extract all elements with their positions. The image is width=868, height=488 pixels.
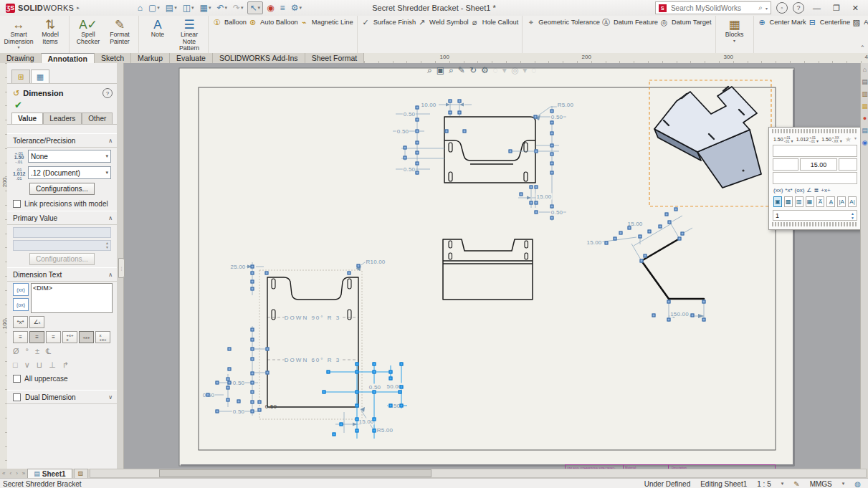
status-globe-icon[interactable]: ◍: [854, 480, 861, 488]
panel-flyout-handle[interactable]: ⋮: [118, 258, 125, 278]
status-units[interactable]: MMGS: [810, 480, 832, 488]
sheet-nav-button-0[interactable]: «: [0, 470, 7, 477]
palette-align-icon-3[interactable]: ▦: [806, 196, 814, 207]
palette-style-icon-4[interactable]: ≣: [814, 187, 819, 193]
search-icon[interactable]: ⌕: [758, 4, 763, 12]
open-icon[interactable]: ▤▾: [163, 2, 179, 14]
resources-icon[interactable]: ▤: [861, 75, 868, 87]
palette-tolerance-button-2[interactable]: 1.50+.XX-.XX▾: [821, 135, 842, 143]
palette-style-icon-0[interactable]: (xx): [773, 187, 783, 193]
forum-icon[interactable]: ◉: [861, 136, 868, 148]
symbol-button[interactable]: °: [26, 347, 29, 356]
ribbon-button-format-painter[interactable]: ✎Format Painter: [105, 17, 135, 45]
rotate-view-icon[interactable]: ↻: [469, 65, 477, 75]
align-right-icon[interactable]: ≡: [46, 331, 61, 343]
chevron-down-icon[interactable]: ▾: [816, 138, 819, 143]
chevron-down-icon[interactable]: ▾: [842, 481, 845, 487]
chevron-down-icon[interactable]: ▾: [733, 39, 735, 43]
ribbon-button-datum-target[interactable]: ◎Datum Target: [659, 17, 712, 27]
ribbon-button-hole-callout[interactable]: ⌀Hole Callout: [470, 17, 519, 27]
palette-grip[interactable]: [772, 129, 858, 133]
chevron-down-icon[interactable]: ▾: [174, 5, 177, 11]
palette-style-icon-2[interactable]: (ox): [795, 187, 805, 193]
help-icon[interactable]: ?: [793, 2, 804, 14]
file-properties-icon[interactable]: ≡: [278, 2, 287, 14]
zoom-in-out-icon[interactable]: ⌕: [449, 65, 454, 75]
dual-dimension-checkbox[interactable]: [13, 393, 21, 401]
palette-style-icon-1[interactable]: *x*: [785, 187, 792, 193]
tab-feature-manager[interactable]: ⊞: [11, 70, 30, 83]
ribbon-button-surface-finish[interactable]: ✓Surface Finish: [361, 17, 416, 27]
chevron-down-icon[interactable]: ▾: [258, 5, 261, 11]
tab-sheet-format[interactable]: Sheet Format: [305, 53, 365, 63]
chevron-down-icon[interactable]: ▾: [766, 6, 768, 11]
panel-splitter[interactable]: ⋮: [117, 63, 124, 469]
precision-select[interactable]: .12 (Document) ▾: [28, 166, 111, 179]
add-parenthesis-icon[interactable]: (xx): [13, 283, 29, 296]
section-tolerance-precision[interactable]: Tolerance/Precision ∧: [7, 133, 117, 148]
palette-tolerance-button-0[interactable]: 1.50+.01-.01▾: [773, 135, 793, 143]
chevron-down-icon[interactable]: ▾: [781, 481, 784, 487]
value-right-field[interactable]: [839, 158, 857, 171]
scrollbar-thumb[interactable]: [159, 469, 431, 477]
value-left-field[interactable]: [773, 158, 798, 171]
home-icon[interactable]: ⌂: [135, 2, 145, 14]
ribbon-button-note[interactable]: ANote: [143, 17, 173, 39]
panel-tab-leaders[interactable]: Leaders: [43, 113, 82, 124]
ribbon-button-smart-dimension[interactable]: ↔Smart Dimension▾: [4, 17, 34, 49]
collapse-icon[interactable]: ∧: [108, 272, 113, 278]
view-settings-icon[interactable]: ⚙: [481, 65, 489, 75]
favorites-star-icon[interactable]: ★: [845, 135, 852, 143]
chevron-down-icon[interactable]: ▾: [157, 5, 160, 11]
close-button[interactable]: ✕: [849, 4, 862, 13]
heads-up-view-toolbar[interactable]: ⌕▣⌕✎↻⚙◌▾◎▾◌: [427, 65, 537, 75]
redo-icon[interactable]: ↷▾: [231, 2, 246, 14]
palette-align-icon-6[interactable]: |A: [837, 196, 846, 207]
inspection-dimension-icon[interactable]: (ox): [13, 298, 29, 311]
drawing-canvas[interactable]: 10.00R5.000.500.500.500.500.5015.0015.00…: [0, 63, 860, 469]
user-account-icon[interactable]: ◦: [776, 2, 788, 14]
task-pane-strip[interactable]: ⌂▤▥▦●▤◉: [860, 63, 868, 469]
dimension-palette[interactable]: 1.50+.01-.01▾1.012+.01-.01▾1.50+.XX-.XX▾…: [768, 127, 862, 230]
ribbon-button-spell-checker[interactable]: A✓Spell Checker: [73, 17, 103, 45]
all-uppercase-checkbox[interactable]: [13, 375, 21, 383]
status-scale[interactable]: 1 : 5: [757, 480, 771, 488]
tab-sheet1[interactable]: ▤ Sheet1: [27, 469, 72, 478]
chevron-down-icon[interactable]: ▾: [17, 45, 19, 49]
appearances-icon[interactable]: ●: [861, 112, 868, 124]
chevron-down-icon[interactable]: ▾: [191, 5, 194, 11]
chevron-down-icon[interactable]: ▾: [209, 5, 211, 11]
ribbon-button-area-hatch[interactable]: ▨Area Hatch/Fill: [852, 17, 868, 27]
chevron-down-icon[interactable]: ▾: [224, 5, 227, 11]
flyout-arrow-icon[interactable]: ▸: [77, 5, 80, 11]
palette-align-icon-5[interactable]: A̲: [826, 196, 835, 207]
tab-sketch[interactable]: Sketch: [95, 53, 131, 63]
tolerance-upper-field[interactable]: [773, 145, 857, 157]
sheet-nav-button-1[interactable]: ‹: [7, 470, 14, 477]
tolerance-lower-field[interactable]: [773, 172, 857, 184]
print-icon[interactable]: ▦▾: [198, 2, 214, 14]
symbol-button[interactable]: ∨: [24, 360, 30, 370]
ribbon-button-magnetic-line[interactable]: ⌁Magnetic Line: [300, 17, 353, 27]
tab-evaluate[interactable]: Evaluate: [170, 53, 213, 63]
restore-button[interactable]: ❐: [829, 4, 844, 13]
search-input[interactable]: [669, 4, 755, 13]
collapse-ribbon-icon[interactable]: ⌃: [859, 44, 865, 52]
chevron-down-icon[interactable]: ▾: [241, 5, 244, 11]
align-center-icon[interactable]: ≡: [29, 331, 44, 343]
tolerance-type-select[interactable]: None ▾: [28, 150, 111, 163]
configurations-button[interactable]: Configurations...: [29, 183, 95, 195]
palette-align-icon-1[interactable]: ▩: [784, 196, 793, 207]
section-dual-dimension[interactable]: Dual Dimension ∨: [7, 390, 117, 404]
symbol-button[interactable]: □: [13, 360, 18, 370]
chevron-down-icon[interactable]: ▾: [299, 5, 302, 11]
tab-drawing[interactable]: Drawing: [0, 53, 42, 63]
text-inline-icon[interactable]: +x+: [79, 331, 94, 343]
design-library-icon[interactable]: ▥: [861, 87, 868, 100]
annotation-icon[interactable]: ✎: [458, 65, 465, 75]
tab-markup[interactable]: Markup: [131, 53, 170, 63]
file-explorer-icon[interactable]: ▦: [861, 100, 868, 112]
align-left-icon[interactable]: ≡: [13, 331, 28, 343]
palette-style-icon-3[interactable]: ∠: [806, 187, 811, 193]
palette-align-icon-2[interactable]: ▥: [795, 196, 803, 207]
